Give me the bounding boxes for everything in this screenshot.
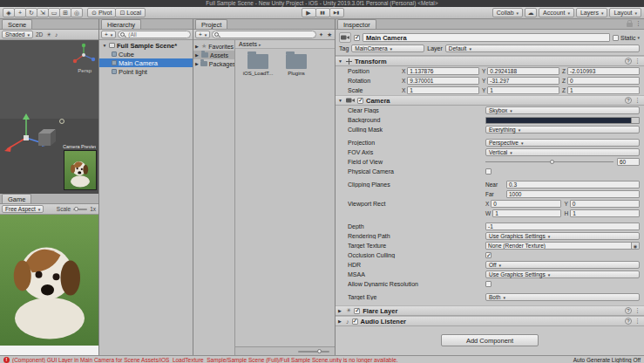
tab-project[interactable]: Project	[195, 19, 227, 29]
help-icon[interactable]: ?	[625, 318, 632, 325]
rendering-path-dropdown[interactable]: Use Graphics Settings▾	[485, 232, 640, 240]
play-button[interactable]: ▶	[302, 8, 316, 17]
rotate-tool-button[interactable]: ↻	[25, 8, 37, 17]
tab-inspector[interactable]: Inspector	[337, 19, 376, 29]
hdr-dropdown[interactable]: Off▾	[485, 261, 640, 269]
scene-viewport[interactable]: Persp Camera Preview	[0, 40, 98, 194]
help-icon[interactable]: ?	[625, 58, 632, 65]
rotation-z-field[interactable]: 0	[567, 77, 640, 85]
audio-listener-component-header[interactable]: ▶ ♪ Audio Listener ? ⋮	[336, 316, 644, 326]
scale-slider-thumb[interactable]	[74, 207, 78, 211]
move-tool-button[interactable]: +	[14, 8, 26, 17]
scale-y-field[interactable]: 1	[487, 86, 559, 94]
rotation-x-field[interactable]: 9.370001	[407, 77, 479, 85]
hierarchy-item-scene-root[interactable]: ▼ Full Sample Scene*	[99, 41, 193, 50]
favorites-filter-icon[interactable]: ★	[326, 31, 333, 38]
culling-mask-dropdown[interactable]: Everything▾	[485, 126, 640, 134]
tab-hierarchy[interactable]: Hierarchy	[101, 19, 141, 29]
create-menu-button[interactable]: +▾	[195, 31, 210, 38]
tag-dropdown[interactable]: MainCamera▾	[351, 45, 424, 52]
project-tree-packages[interactable]: ▶ Packages	[193, 59, 234, 68]
position-x-field[interactable]: 1.137876	[407, 67, 479, 75]
local-toggle-button[interactable]: ⊡ Local	[115, 8, 146, 17]
target-texture-object-field[interactable]: None (Render Texture)◉	[485, 242, 640, 250]
rotation-y-field[interactable]: -31.297	[487, 77, 559, 85]
viewport-y-field[interactable]: 0	[570, 200, 640, 208]
hierarchy-item-point-light[interactable]: Point light	[99, 67, 193, 76]
hierarchy-item-main-camera[interactable]: Main Camera	[99, 58, 193, 67]
create-menu-button[interactable]: +▾	[101, 31, 116, 38]
project-tree-favorites[interactable]: ▶ ★ Favorites	[193, 42, 234, 51]
msaa-dropdown[interactable]: Use Graphics Settings▾	[485, 271, 640, 278]
help-icon[interactable]: ?	[625, 307, 632, 314]
foldout-icon[interactable]: ▶	[195, 44, 200, 49]
toggle-2d-button[interactable]: 2D	[35, 31, 44, 38]
viewport-w-field[interactable]: 1	[492, 209, 560, 217]
background-color-field[interactable]	[485, 117, 640, 124]
foldout-icon[interactable]: ▶	[338, 318, 343, 324]
flare-layer-component-header[interactable]: ▶ ☀ Flare Layer ? ⋮	[336, 305, 644, 316]
add-component-button[interactable]: Add Component	[441, 334, 539, 346]
viewport-h-field[interactable]: 1	[570, 209, 640, 217]
project-search-input[interactable]	[212, 31, 315, 38]
layer-dropdown[interactable]: Default▾	[445, 45, 640, 52]
fov-value-field[interactable]: 60	[617, 158, 640, 166]
near-clip-field[interactable]: 0.3	[506, 181, 640, 188]
context-menu-icon[interactable]: ⋮	[634, 58, 640, 65]
far-clip-field[interactable]: 1000	[506, 190, 640, 198]
component-enabled-checkbox[interactable]	[354, 308, 360, 314]
foldout-icon[interactable]: ▶	[195, 61, 199, 66]
pivot-toggle-button[interactable]: ⊙ Pivot	[87, 8, 116, 17]
step-button[interactable]: ▶▮	[329, 8, 344, 17]
cloud-button[interactable]: ☁	[525, 8, 537, 17]
lock-icon[interactable]	[627, 23, 633, 27]
occlusion-culling-checkbox[interactable]	[485, 252, 491, 258]
fov-axis-dropdown[interactable]: Vertical▾	[485, 148, 640, 156]
scale-x-field[interactable]: 1	[407, 86, 479, 94]
component-enabled-checkbox[interactable]	[357, 98, 363, 104]
fov-slider[interactable]	[485, 158, 613, 166]
breadcrumb-label[interactable]: Assets	[239, 41, 257, 47]
layout-dropdown-button[interactable]: Layout▾	[609, 8, 641, 17]
collab-dropdown-button[interactable]: Collab▾	[492, 8, 523, 17]
foldout-icon[interactable]: ▶	[195, 52, 200, 58]
scene-audio-icon[interactable]: ♪	[54, 31, 58, 38]
scale-tool-button[interactable]: ⇲	[37, 8, 49, 17]
rect-tool-button[interactable]: ▭	[48, 8, 60, 17]
scale-z-field[interactable]: 1	[567, 86, 640, 94]
position-z-field[interactable]: -2.010993	[567, 67, 640, 75]
static-toggle[interactable]: Static ▾	[613, 35, 640, 41]
camera-component-header[interactable]: ▼ Camera ? ⋮	[336, 95, 644, 106]
custom-tool-button[interactable]: ◎	[71, 8, 83, 17]
help-icon[interactable]: ?	[625, 97, 632, 104]
context-menu-icon[interactable]: ⋮	[635, 20, 641, 27]
gameobject-name-field[interactable]: Main Camera	[363, 33, 610, 42]
asset-folder-ios-loadtexture[interactable]: iOS_LoadT...	[242, 54, 274, 76]
transform-tool-button[interactable]: ⊞	[59, 8, 71, 17]
orientation-gizmo[interactable]	[71, 42, 97, 68]
persp-label[interactable]: Persp	[78, 68, 92, 73]
static-checkbox[interactable]	[613, 35, 619, 41]
depth-field[interactable]: -1	[485, 223, 640, 230]
auto-generate-lighting-button[interactable]: Auto Generate Lighting Off	[573, 357, 641, 363]
physical-camera-checkbox[interactable]	[485, 168, 491, 175]
clear-flags-dropdown[interactable]: Skybox▾	[485, 106, 640, 114]
hand-tool-button[interactable]: ◈	[3, 8, 15, 17]
pause-button[interactable]: ▮▮	[315, 8, 330, 17]
hierarchy-item-cube[interactable]: Cube	[99, 50, 193, 58]
target-eye-dropdown[interactable]: Both▾	[485, 293, 640, 301]
position-y-field[interactable]: 0.2924188	[487, 67, 559, 75]
foldout-icon[interactable]: ▶	[338, 308, 343, 313]
zoom-slider-thumb[interactable]	[317, 349, 322, 353]
aspect-ratio-dropdown[interactable]: Free Aspect▾	[2, 205, 44, 213]
account-dropdown-button[interactable]: Account▾	[539, 8, 574, 17]
foldout-icon[interactable]: ▼	[102, 43, 107, 48]
tab-game[interactable]: Game	[2, 194, 31, 203]
projection-dropdown[interactable]: Perspective▾	[485, 139, 640, 147]
context-menu-icon[interactable]: ⋮	[634, 307, 640, 314]
project-tree-assets[interactable]: ▶ Assets	[193, 51, 234, 59]
context-menu-icon[interactable]: ⋮	[634, 97, 640, 104]
context-menu-icon[interactable]: ⋮	[634, 318, 640, 325]
active-checkbox[interactable]	[354, 35, 360, 41]
allow-dynamic-resolution-checkbox[interactable]	[485, 281, 491, 287]
